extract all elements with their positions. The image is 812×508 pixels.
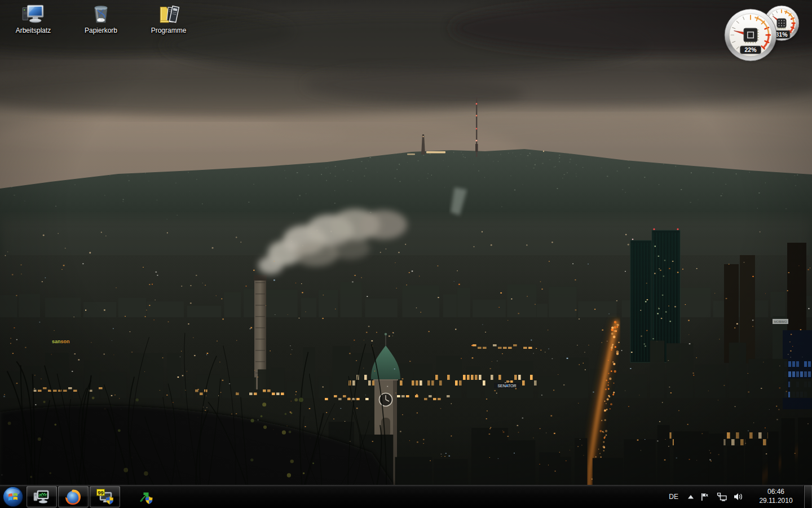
clock-time: 06:46 (753, 488, 799, 497)
performance-monitor-icon (33, 489, 50, 505)
desktop-icon-arbeitsplatz[interactable]: Arbeitsplatz (9, 2, 58, 34)
desktop-icon-papierkorb[interactable]: Papierkorb (77, 2, 125, 34)
desktop-icon-label: Papierkorb (85, 27, 117, 34)
action-center-tray-icon[interactable] (701, 493, 709, 501)
cpu-gauge-value: 22% (744, 46, 757, 53)
volume-tray-icon[interactable] (734, 493, 743, 501)
taskbar: 99 DE (0, 485, 812, 508)
desktop[interactable]: sanson SENATOR MOBIMO (0, 0, 812, 508)
uac-shield-icon (145, 497, 152, 504)
vignette (0, 0, 812, 508)
chevron-up-icon (688, 495, 694, 499)
taskbar-icon-amd-catalyst[interactable] (135, 487, 155, 507)
desktop-icon-grid: Arbeitsplatz Papierkorb (9, 2, 193, 34)
programs-folder-icon (156, 2, 182, 26)
taskbar-button-system-monitor[interactable]: 99 (90, 486, 120, 507)
speaker-icon (734, 493, 743, 501)
cpu-meter-gadget[interactable]: 31%22% (720, 5, 799, 65)
system-monitor-99-icon: 99 (96, 489, 113, 505)
computer-icon (20, 2, 46, 26)
wallpaper-image: sanson SENATOR MOBIMO (0, 0, 812, 508)
taskbar-button-performance-monitor[interactable] (27, 486, 57, 507)
desktop-icon-programme[interactable]: Programme (144, 2, 193, 34)
svg-text:99: 99 (98, 489, 104, 496)
clock-date: 29.11.2010 (753, 497, 799, 506)
count-badge: 99 (97, 489, 105, 496)
language-indicator[interactable]: DE (667, 492, 681, 502)
network-tray-icon[interactable] (717, 493, 727, 501)
flag-icon (701, 493, 709, 501)
firefox-icon (65, 488, 82, 505)
desktop-icon-label: Programme (151, 27, 187, 34)
clock[interactable]: 06:46 29.11.2010 (753, 488, 799, 505)
windows-start-orb-icon (2, 486, 24, 507)
recycle-bin-icon (88, 2, 114, 26)
desktop-icon-label: Arbeitsplatz (16, 27, 51, 34)
start-button[interactable] (0, 485, 26, 508)
network-icon (717, 493, 727, 501)
taskbar-button-firefox[interactable] (58, 486, 89, 507)
show-desktop-button[interactable] (804, 485, 812, 508)
uac-shield-icon (106, 497, 113, 505)
amd-catalyst-icon (136, 489, 153, 505)
show-hidden-icons-button[interactable] (688, 495, 694, 499)
system-tray: DE (667, 488, 799, 505)
